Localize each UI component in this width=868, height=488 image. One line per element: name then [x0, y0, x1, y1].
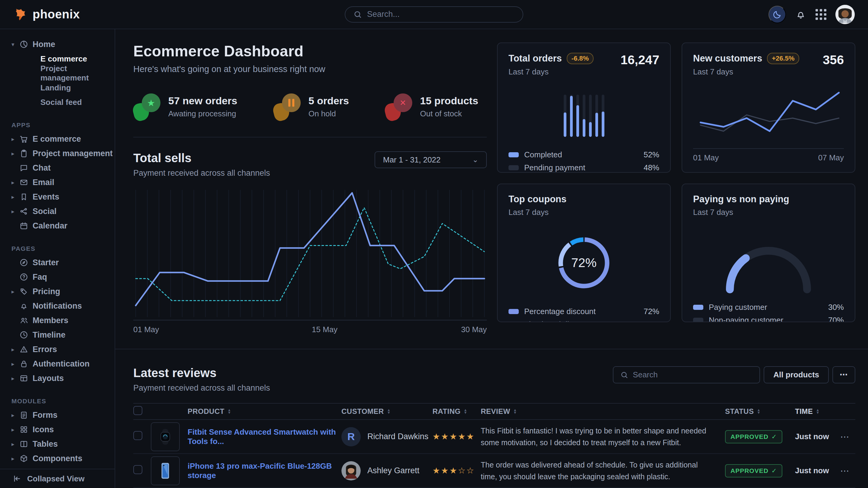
sidebar-item-e-commerce[interactable]: ▸E commerce [0, 132, 115, 146]
chevron-icon: ▸ [11, 179, 19, 186]
brand[interactable]: phoenix [13, 7, 80, 22]
row-checkbox[interactable] [133, 465, 142, 474]
sidebar-item-label: Events [33, 192, 59, 202]
chevron-icon: ▸ [11, 194, 19, 200]
row-menu-button[interactable]: ⋯ [834, 431, 849, 442]
all-products-button[interactable]: All products [764, 366, 829, 383]
customer-avatar[interactable]: R [341, 427, 361, 446]
sidebar-item-project-management[interactable]: ▸Project management [0, 146, 115, 161]
customers-line-chart [693, 85, 846, 145]
new-customers-title: New customers [693, 53, 762, 64]
legend-value: 48% [644, 163, 659, 172]
customers-x-axis: 01 May 07 May [693, 148, 844, 162]
product-link[interactable]: iPhone 13 pro max-Pacific Blue-128GB sto… [188, 461, 341, 480]
total-orders-value: 16,247 [621, 53, 659, 67]
sidebar-item-home[interactable]: ▾Home [0, 37, 115, 52]
collapsed-view-toggle[interactable]: Collapsed View [0, 469, 115, 488]
row-checkbox[interactable] [133, 431, 142, 440]
reviews-search[interactable] [613, 366, 760, 383]
sidebar-item-label: Forms [33, 411, 58, 420]
sidebar-item-label: Home [33, 40, 55, 49]
sidebar-item-label: Chat [33, 163, 51, 173]
legend-item: Percentage discount72% [508, 307, 659, 316]
iconsgrid-icon [19, 425, 33, 434]
sidebar-item-notifications[interactable]: Notifications [0, 299, 115, 313]
sidebar-item-faq[interactable]: Faq [0, 270, 115, 284]
stat-caption: On hold [309, 109, 349, 119]
column-header-rating[interactable]: RATING▲▼ [433, 407, 481, 416]
column-header-label: TIME [795, 407, 813, 416]
sidebar-item-social[interactable]: ▸Social [0, 204, 115, 219]
order-bar [589, 95, 592, 137]
product-thumbnail[interactable] [151, 456, 180, 485]
sidebar-item-label: Calendar [33, 221, 67, 231]
sidebar-item-chat[interactable]: Chat [0, 161, 115, 175]
chevron-icon: ▸ [11, 346, 19, 353]
header-checkbox-cell [133, 406, 151, 417]
sidebar-item-components[interactable]: ▸Components [0, 451, 115, 466]
reviews-menu-button[interactable]: ⋯ [832, 366, 855, 383]
sort-icon: ▲▼ [757, 409, 760, 414]
bell-icon [19, 301, 33, 311]
row-checkbox-cell [133, 465, 151, 476]
sidebar-item-label: Authentication [33, 359, 90, 369]
stat-value: 15 products [420, 95, 478, 107]
legend-swatch [693, 318, 703, 322]
sidebar-item-authentication[interactable]: ▸Authentication [0, 357, 115, 371]
sidebar-item-events[interactable]: ▸Events [0, 190, 115, 204]
row-menu-button[interactable]: ⋯ [834, 465, 849, 476]
sort-icon: ▲▼ [387, 409, 391, 414]
chevron-icon: ▸ [11, 150, 19, 157]
brand-name: phoenix [33, 7, 80, 21]
chevron-icon: ▾ [11, 41, 19, 48]
sidebar-item-calendar[interactable]: Calendar [0, 219, 115, 233]
calendar-icon [19, 221, 33, 230]
product-link[interactable]: Fitbit Sense Advanced Smartwatch with To… [188, 427, 341, 446]
sidebar-item-email[interactable]: ▸Email [0, 175, 115, 190]
column-header-review[interactable]: REVIEW▲▼ [481, 407, 725, 416]
customer-avatar[interactable] [341, 461, 361, 481]
total-sells-chart: 01 May 15 May 30 May [133, 188, 487, 334]
apps-grid-button[interactable] [815, 9, 826, 20]
column-header-product[interactable]: PRODUCT▲▼ [151, 407, 341, 416]
sidebar-subitem-project-management[interactable]: Project management [0, 66, 115, 80]
legend-swatch [508, 309, 519, 314]
date-range-select[interactable]: Mar 1 - 31, 2022 ⌄ [375, 151, 487, 168]
legend-item: Paying customer30% [693, 303, 844, 312]
sidebar-subitem-landing[interactable]: Landing [0, 80, 115, 95]
legend-label: Percentage discount [524, 307, 596, 316]
review-text: The order was delivered ahead of schedul… [481, 459, 711, 483]
sidebar-item-label: Icons [33, 425, 54, 434]
global-search[interactable] [345, 6, 523, 23]
sidebar-item-starter[interactable]: Starter [0, 255, 115, 270]
new-customers-badge: +26.5% [767, 53, 799, 64]
sidebar-item-tables[interactable]: ▸Tables [0, 437, 115, 451]
column-header-customer[interactable]: CUSTOMER▲▼ [341, 407, 433, 416]
sidebar-item-forms[interactable]: ▸Forms [0, 408, 115, 422]
select-all-checkbox[interactable] [133, 406, 142, 415]
column-header-status[interactable]: STATUS▲▼ [725, 407, 795, 416]
reviews-subtitle: Payment received across all channels [133, 383, 270, 393]
sidebar-item-members[interactable]: Members [0, 313, 115, 328]
chat-icon [19, 163, 33, 172]
sidebar-item-timeline[interactable]: Timeline [0, 328, 115, 342]
column-header-time[interactable]: TIME▲▼ [795, 407, 834, 416]
notifications-button[interactable] [795, 9, 806, 20]
row-checkbox-cell [133, 431, 151, 442]
search-input[interactable] [367, 10, 515, 19]
legend-item: Pending payment48% [508, 163, 659, 172]
theme-toggle-button[interactable] [769, 6, 786, 23]
chevron-icon: ▸ [11, 208, 19, 215]
paying-legend: Paying customer30%Non-paying customer70% [693, 303, 844, 322]
sidebar-item-icons[interactable]: ▸Icons [0, 422, 115, 437]
reviews-search-input[interactable] [633, 370, 753, 380]
sidebar-subitem-social-feed[interactable]: Social feed [0, 95, 115, 109]
orders-legend: Completed52%Pending payment48% [508, 150, 659, 172]
sidebar-item-pricing[interactable]: ▸Pricing [0, 284, 115, 299]
user-avatar[interactable] [835, 5, 855, 24]
sidebar-item-layouts[interactable]: ▸Layouts [0, 371, 115, 386]
sidebar-item-label: Layouts [33, 374, 64, 383]
sidebar-item-errors[interactable]: ▸Errors [0, 342, 115, 357]
layout-icon [19, 374, 33, 383]
product-thumbnail[interactable] [151, 422, 180, 451]
